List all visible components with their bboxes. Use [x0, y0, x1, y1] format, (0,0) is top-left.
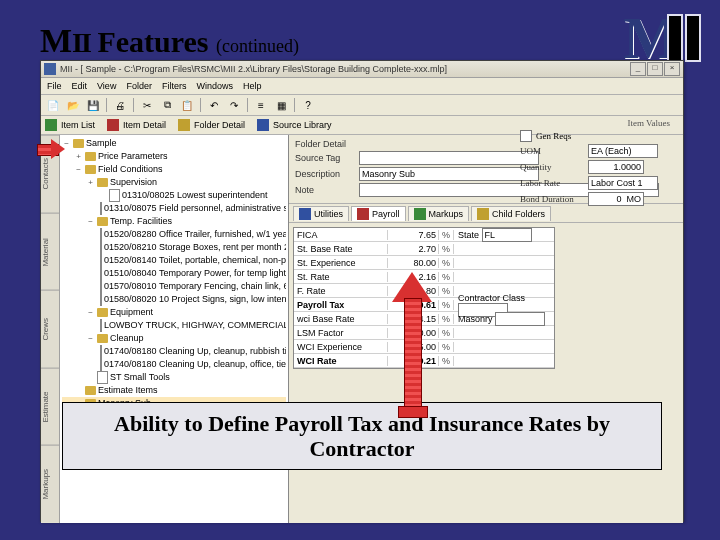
- save-icon[interactable]: 💾: [84, 96, 102, 114]
- tree-label: 01520/08280 Office Trailer, furnished, w…: [104, 228, 286, 241]
- menu-folder[interactable]: Folder: [126, 81, 152, 91]
- tree-row[interactable]: 01310/08075 Field personnel, administrat…: [62, 202, 286, 215]
- open-icon[interactable]: 📂: [64, 96, 82, 114]
- rate-label: LSM Factor: [294, 328, 387, 338]
- tab-item-list[interactable]: Item List: [61, 120, 95, 130]
- tree-row[interactable]: −Field Conditions: [62, 163, 286, 176]
- tab-item-detail[interactable]: Item Detail: [123, 120, 166, 130]
- tool-b-icon[interactable]: ▦: [272, 96, 290, 114]
- subtab-label: Markups: [429, 209, 464, 219]
- rate-value[interactable]: 0.80: [387, 286, 439, 296]
- rate-value[interactable]: 7.65: [387, 230, 439, 240]
- rate-value[interactable]: 2.70: [387, 244, 439, 254]
- slide-title-word: Features: [90, 25, 216, 58]
- tree-row[interactable]: Estimate Items: [62, 384, 286, 397]
- rate-value[interactable]: 10.61: [387, 300, 439, 310]
- rate-value[interactable]: 85.00: [387, 342, 439, 352]
- expand-icon[interactable]: +: [74, 150, 83, 163]
- bond-duration-input[interactable]: [588, 192, 644, 206]
- expand-icon[interactable]: −: [86, 306, 95, 319]
- slide-caption: Ability to Define Payroll Tax and Insura…: [62, 402, 662, 470]
- side-tab-crews[interactable]: Crews: [41, 290, 59, 368]
- folder-icon: [85, 152, 96, 161]
- side-tab-contacts[interactable]: Contacts: [41, 135, 59, 213]
- menu-view[interactable]: View: [97, 81, 116, 91]
- rate-value[interactable]: 100.00: [387, 328, 439, 338]
- cut-icon[interactable]: ✂: [138, 96, 156, 114]
- labor-rate-label: Labor Rate: [520, 178, 584, 188]
- tree-row[interactable]: +Price Parameters: [62, 150, 286, 163]
- tab-source-library[interactable]: Source Library: [273, 120, 332, 130]
- rate-label: WCI Experience: [294, 342, 387, 352]
- rate-unit: %: [439, 342, 454, 352]
- menu-file[interactable]: File: [47, 81, 62, 91]
- undo-icon[interactable]: ↶: [205, 96, 223, 114]
- tree-row[interactable]: 01580/08020 10 Project Signs, sign, low …: [62, 293, 286, 306]
- maximize-button[interactable]: □: [647, 62, 663, 76]
- menu-filters[interactable]: Filters: [162, 81, 187, 91]
- menu-help[interactable]: Help: [243, 81, 262, 91]
- uom-input[interactable]: [588, 144, 658, 158]
- tree-row[interactable]: 01520/08210 Storage Boxes, rent per mont…: [62, 241, 286, 254]
- rate-extra-input[interactable]: [482, 228, 532, 242]
- tree-row[interactable]: −Cleanup: [62, 332, 286, 345]
- window-title-bar: MII - [ Sample - C:\Program Files\RSMC\M…: [41, 61, 683, 78]
- rate-value[interactable]: 34.15: [387, 314, 439, 324]
- doc-icon: [100, 202, 102, 215]
- tab-icon: [178, 119, 190, 131]
- rate-label: wci Base Rate: [294, 314, 387, 324]
- expand-icon[interactable]: −: [86, 215, 95, 228]
- side-tab-markups[interactable]: Markups: [41, 445, 59, 523]
- tree-row[interactable]: −Sample: [62, 137, 286, 150]
- rate-unit: %: [439, 230, 454, 240]
- rate-value[interactable]: 80.00: [387, 258, 439, 268]
- tool-a-icon[interactable]: ≡: [252, 96, 270, 114]
- tree-row[interactable]: +Supervision: [62, 176, 286, 189]
- tree-row[interactable]: 01520/08280 Office Trailer, furnished, w…: [62, 228, 286, 241]
- tree-row[interactable]: 01510/08040 Temporary Power, for temp li…: [62, 267, 286, 280]
- doc-icon: [100, 345, 102, 358]
- tree-row[interactable]: 01740/08180 Cleaning Up, cleanup, office…: [62, 358, 286, 371]
- tab-folder-detail[interactable]: Folder Detail: [194, 120, 245, 130]
- rate-extra-label: Masonry: [458, 314, 495, 324]
- menu-windows[interactable]: Windows: [196, 81, 233, 91]
- menu-edit[interactable]: Edit: [72, 81, 88, 91]
- description-input[interactable]: [359, 167, 539, 181]
- rate-row: FICA7.65%State: [294, 228, 554, 242]
- new-icon[interactable]: 📄: [44, 96, 62, 114]
- copy-icon[interactable]: ⧉: [158, 96, 176, 114]
- subtab-markups[interactable]: Markups: [408, 206, 470, 221]
- redo-icon[interactable]: ↷: [225, 96, 243, 114]
- tree-row[interactable]: 01310/08025 Lowest superintendent: [62, 189, 286, 202]
- side-tab-estimate[interactable]: Estimate: [41, 368, 59, 446]
- minimize-button[interactable]: _: [630, 62, 646, 76]
- gen-reqs-checkbox[interactable]: [520, 130, 532, 142]
- expand-icon[interactable]: +: [86, 176, 95, 189]
- paste-icon[interactable]: 📋: [178, 96, 196, 114]
- expand-icon[interactable]: −: [62, 137, 71, 150]
- side-tab-material[interactable]: Material: [41, 213, 59, 291]
- close-button[interactable]: ×: [664, 62, 680, 76]
- rate-row: wci Base Rate34.15%Masonry: [294, 312, 554, 326]
- tree-row[interactable]: 01570/08010 Temporary Fencing, chain lin…: [62, 280, 286, 293]
- tree-row[interactable]: −Equipment: [62, 306, 286, 319]
- folder-icon: [97, 308, 108, 317]
- tree-row[interactable]: LOWBOY TRUCK, HIGHWAY, COMMERCIAL 8200…: [62, 319, 286, 332]
- tree-row[interactable]: −Temp. Facilities: [62, 215, 286, 228]
- tree-row[interactable]: 01740/08180 Cleaning Up, cleanup, rubbis…: [62, 345, 286, 358]
- rate-value[interactable]: 2.16: [387, 272, 439, 282]
- rate-value[interactable]: 29.21: [387, 356, 439, 366]
- rate-extra-label: Contractor Class: [458, 293, 525, 303]
- help-icon[interactable]: ?: [299, 96, 317, 114]
- tree-row[interactable]: 01520/08140 Toilet, portable, chemical, …: [62, 254, 286, 267]
- labor-rate-input[interactable]: [588, 176, 658, 190]
- print-icon[interactable]: 🖨: [111, 96, 129, 114]
- source-tag-input[interactable]: [359, 151, 539, 165]
- quantity-input[interactable]: [588, 160, 644, 174]
- rate-extra-input[interactable]: [495, 312, 545, 326]
- subtab-payroll[interactable]: Payroll: [351, 206, 406, 221]
- expand-icon[interactable]: −: [74, 163, 83, 176]
- expand-icon[interactable]: −: [86, 332, 95, 345]
- subtab-utilities[interactable]: Utilities: [293, 206, 349, 221]
- tree-row[interactable]: ST Small Tools: [62, 371, 286, 384]
